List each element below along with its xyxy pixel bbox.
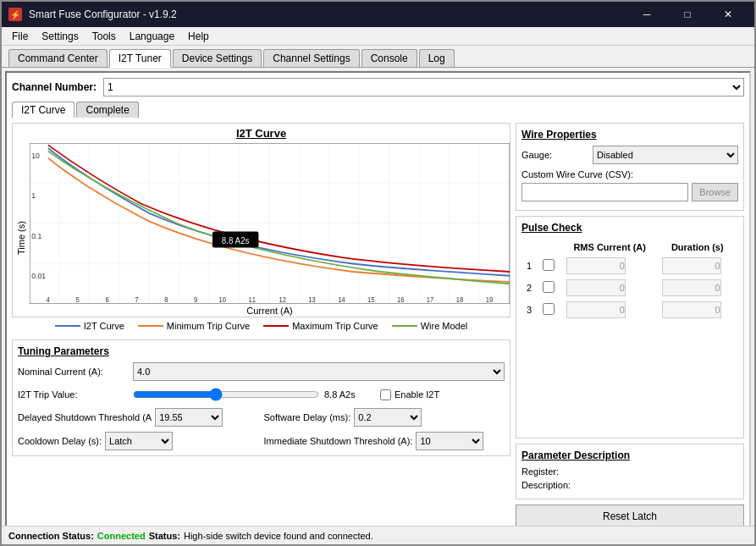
enable-i2t-checkbox[interactable] [380, 389, 391, 400]
register-label: Register: [521, 466, 559, 477]
legend-wire-model-label: Wire Model [421, 321, 468, 331]
legend-max-trip-line [263, 325, 289, 327]
sub-tab-complete[interactable]: Complete [76, 102, 138, 118]
channel-select[interactable]: 1 [103, 78, 744, 97]
reset-latch-button[interactable]: Reset Latch [516, 505, 744, 528]
pulse-row-2-duration[interactable] [662, 279, 721, 296]
x-axis-label: Current (A) [30, 304, 510, 316]
svg-text:10: 10 [219, 295, 227, 303]
immediate-shutdown-label: Immediate Shutdown Threshold (A): [264, 436, 413, 446]
svg-text:12: 12 [279, 295, 286, 303]
software-delay-row: Software Delay (ms): 0.2 [264, 408, 505, 427]
bottom-params: Delayed Shutdown Threshold (A 19.55 Soft… [18, 408, 505, 450]
pulse-row-3-rms[interactable] [566, 301, 626, 318]
body-area: Channel Number: 1 I2T Curve Complete I2T… [2, 68, 754, 544]
chart-container: I2T Curve Time (s) [12, 123, 510, 317]
pulse-row-2-rms[interactable] [566, 279, 626, 296]
pulse-row-2-id: 2 [523, 278, 538, 298]
svg-text:10: 10 [31, 151, 40, 159]
gauge-select[interactable]: Disabled [593, 146, 738, 164]
svg-text:9: 9 [194, 295, 198, 303]
csv-label: Custom Wire Curve (CSV): [521, 169, 738, 179]
tab-log[interactable]: Log [419, 49, 455, 67]
legend-min-trip-label: Minimum Trip Curve [167, 321, 250, 331]
pulse-col-rms: RMS Current (A) [563, 240, 657, 254]
immediate-shutdown-select[interactable]: 10 [416, 432, 483, 450]
pulse-row-1: 1 [523, 256, 737, 276]
pulse-row-1-checkbox[interactable] [543, 259, 555, 271]
delayed-shutdown-row: Delayed Shutdown Threshold (A 19.55 [18, 408, 259, 427]
pulse-row-2-checkbox[interactable] [543, 281, 555, 293]
nominal-current-select[interactable]: 4.0 [133, 362, 505, 381]
i2t-trip-slider[interactable] [133, 388, 319, 401]
legend-i2t-label: I2T Curve [84, 321, 124, 331]
menu-language[interactable]: Language [123, 29, 181, 44]
cooldown-delay-select[interactable]: Latch [105, 432, 173, 450]
tab-channel-settings[interactable]: Channel Settings [263, 49, 359, 67]
csv-input[interactable] [521, 183, 688, 201]
pulse-row-1-id: 1 [523, 256, 538, 276]
tab-command-center[interactable]: Command Center [8, 49, 108, 67]
svg-text:19: 19 [486, 295, 494, 303]
pulse-row-1-rms[interactable] [566, 257, 626, 274]
wire-properties: Wire Properties Gauge: Disabled Custom W… [516, 123, 744, 211]
legend-i2t: I2T Curve [55, 321, 124, 331]
close-button[interactable]: ✕ [709, 2, 748, 27]
legend-max-trip-label: Maximum Trip Curve [292, 321, 378, 331]
y-axis-label: Time (s) [13, 143, 30, 316]
gauge-row: Gauge: Disabled [521, 146, 738, 164]
menu-file[interactable]: File [5, 29, 35, 44]
status-bar: Connection Status: Connected Status: Hig… [2, 526, 754, 544]
pulse-row-3-checkbox[interactable] [543, 303, 555, 315]
svg-text:11: 11 [248, 295, 256, 303]
delayed-shutdown-select[interactable]: 19.55 [155, 408, 223, 427]
pulse-row-3: 3 [523, 300, 737, 320]
param-desc-title: Parameter Description [521, 449, 738, 461]
app-icon: ⚡ [8, 8, 22, 21]
svg-text:5: 5 [76, 295, 80, 303]
gauge-label: Gauge: [521, 150, 589, 160]
minimize-button[interactable]: ─ [627, 2, 666, 27]
tab-i2t-tuner[interactable]: I2T Tuner [109, 49, 171, 68]
channel-label: Channel Number: [12, 81, 97, 93]
main-panel: Channel Number: 1 I2T Curve Complete I2T… [5, 71, 751, 541]
svg-text:0.1: 0.1 [31, 231, 41, 240]
pulse-row-3-duration[interactable] [662, 301, 721, 318]
i2t-trip-label: I2T Trip Value: [18, 389, 128, 400]
software-delay-select[interactable]: 0.2 [354, 408, 422, 427]
nominal-current-label: Nominal Current (A): [18, 367, 128, 377]
delayed-shutdown-label: Delayed Shutdown Threshold (A [18, 412, 152, 422]
pulse-row-1-duration[interactable] [662, 257, 721, 274]
svg-text:14: 14 [338, 295, 345, 303]
window-title: Smart Fuse Configurator - v1.9.2 [29, 8, 621, 20]
tuning-title: Tuning Parameters [18, 345, 505, 357]
menu-tools[interactable]: Tools [86, 29, 123, 44]
legend-i2t-line [55, 325, 80, 327]
immediate-shutdown-row: Immediate Shutdown Threshold (A): 10 [264, 432, 505, 450]
description-label: Description: [521, 480, 571, 490]
tab-device-settings[interactable]: Device Settings [173, 49, 262, 67]
i2t-trip-row: I2T Trip Value: 8.8 A2s Enable I2T [18, 388, 505, 401]
svg-text:4: 4 [47, 295, 51, 303]
title-bar: ⚡ Smart Fuse Configurator - v1.9.2 ─ □ ✕ [2, 2, 754, 27]
chart-title: I2T Curve [13, 124, 510, 143]
svg-text:1: 1 [31, 191, 36, 200]
svg-text:15: 15 [367, 295, 375, 303]
pulse-row-3-id: 3 [523, 300, 538, 320]
cooldown-delay-row: Cooldown Delay (s): Latch [18, 432, 259, 450]
pulse-table: RMS Current (A) Duration (s) 1 [521, 239, 738, 322]
register-row: Register: [521, 466, 738, 477]
pulse-check-title: Pulse Check [521, 222, 738, 234]
svg-text:0.01: 0.01 [31, 272, 46, 280]
svg-text:13: 13 [308, 295, 316, 303]
menu-help[interactable]: Help [181, 29, 216, 44]
menu-settings[interactable]: Settings [35, 29, 85, 44]
maximize-button[interactable]: □ [668, 2, 707, 27]
browse-button[interactable]: Browse [692, 183, 738, 201]
svg-text:8: 8 [164, 295, 168, 303]
sub-tab-i2t-curve[interactable]: I2T Curve [12, 102, 74, 118]
legend-min-trip-line [138, 325, 163, 327]
status-label: Status: [149, 531, 180, 541]
svg-rect-0 [30, 143, 510, 304]
tab-console[interactable]: Console [361, 49, 417, 67]
